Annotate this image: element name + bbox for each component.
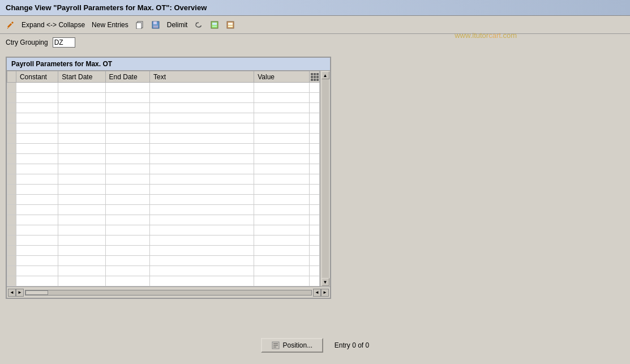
col-text-header: Text [150, 71, 254, 83]
table-row [7, 205, 320, 215]
svg-rect-3 [153, 22, 157, 24]
table-row [7, 185, 320, 195]
position-button[interactable]: Position... [261, 338, 323, 353]
save-icon [151, 20, 160, 29]
table-row [7, 113, 320, 123]
table-container: Payroll Parameters for Max. OT Constant … [6, 57, 331, 299]
print-button[interactable] [225, 20, 236, 30]
table-row [7, 164, 320, 174]
horizontal-scrollbar[interactable]: ◄ ► ◄ ► [7, 286, 330, 298]
grid-settings-icon[interactable] [311, 73, 319, 81]
table-row [7, 174, 320, 185]
svg-rect-10 [228, 23, 233, 25]
title-bar: Change View "Payroll Parameters for Max.… [0, 0, 630, 16]
title-text: Change View "Payroll Parameters for Max.… [6, 3, 207, 12]
table-row [7, 235, 320, 246]
new-entries-button[interactable]: New Entries [91, 20, 130, 29]
edit-icon [6, 20, 15, 29]
table-row [7, 93, 320, 103]
copy-icon [135, 20, 144, 29]
entry-info: Entry 0 of 0 [335, 341, 369, 349]
delimit-label: Delimit [167, 21, 188, 29]
svg-rect-4 [153, 25, 158, 28]
undo-button[interactable] [193, 20, 204, 30]
col-constant-header: Constant [16, 71, 58, 83]
new-entries-label: New Entries [92, 21, 128, 29]
expand-collapse-button[interactable]: Expand <-> Collapse [20, 20, 86, 29]
scroll-down-button[interactable]: ▼ [322, 278, 329, 286]
svg-rect-1 [136, 23, 142, 29]
col-selector-header [7, 71, 16, 83]
filter-area: Ctry Grouping [0, 34, 630, 51]
filter-label: Ctry Grouping [6, 38, 48, 46]
table-row [7, 134, 320, 144]
expand-collapse-label: Expand <-> Collapse [22, 21, 85, 29]
toolbar: Expand <-> Collapse New Entries Delimit [0, 16, 630, 34]
table-row [7, 246, 320, 256]
data-table: Constant Start Date End Date Text Value [7, 71, 320, 286]
bottom-bar: Position... Entry 0 of 0 [0, 338, 630, 353]
scroll-end-right-button[interactable]: ► [321, 289, 329, 297]
table-row [7, 103, 320, 113]
col-end-date-header: End Date [105, 71, 149, 83]
table-title: Payroll Parameters for Max. OT [7, 58, 330, 71]
col-value-header: Value [254, 71, 310, 83]
undo-icon [194, 20, 203, 29]
col-grid-icon[interactable] [310, 71, 320, 83]
print-icon [226, 20, 235, 29]
position-button-label: Position... [282, 341, 312, 349]
copy-button[interactable] [134, 20, 145, 30]
table-row [7, 123, 320, 134]
export-icon [210, 20, 219, 29]
position-icon [271, 341, 280, 350]
svg-rect-11 [228, 25, 233, 27]
scroll-up-button[interactable]: ▲ [322, 71, 329, 79]
filter-input[interactable] [53, 37, 75, 48]
svg-rect-8 [212, 25, 217, 27]
h-scroll-track[interactable] [25, 290, 312, 296]
table-row [7, 215, 320, 225]
save-button[interactable] [150, 20, 161, 30]
scroll-left-button[interactable]: ◄ [8, 289, 16, 297]
table-row [7, 144, 320, 154]
edit-button[interactable] [5, 20, 16, 30]
scroll-track [322, 79, 329, 278]
delimit-button[interactable]: Delimit [166, 20, 189, 29]
table-row [7, 276, 320, 286]
table-row [7, 266, 320, 276]
col-start-date-header: Start Date [58, 71, 105, 83]
table-row [7, 225, 320, 235]
table-row [7, 256, 320, 266]
scroll-right-button[interactable]: ► [16, 289, 24, 297]
export-button[interactable] [209, 20, 220, 30]
table-row [7, 195, 320, 205]
table-row [7, 154, 320, 164]
h-scroll-thumb[interactable] [25, 290, 48, 295]
table-row [7, 83, 320, 93]
vertical-scrollbar[interactable]: ▲ ▼ [320, 71, 330, 286]
main-content: www.itutorcart.com Payroll Parameters fo… [0, 51, 630, 305]
table-body [7, 83, 320, 286]
svg-rect-7 [212, 23, 217, 25]
scroll-end-left-button[interactable]: ◄ [313, 289, 321, 297]
